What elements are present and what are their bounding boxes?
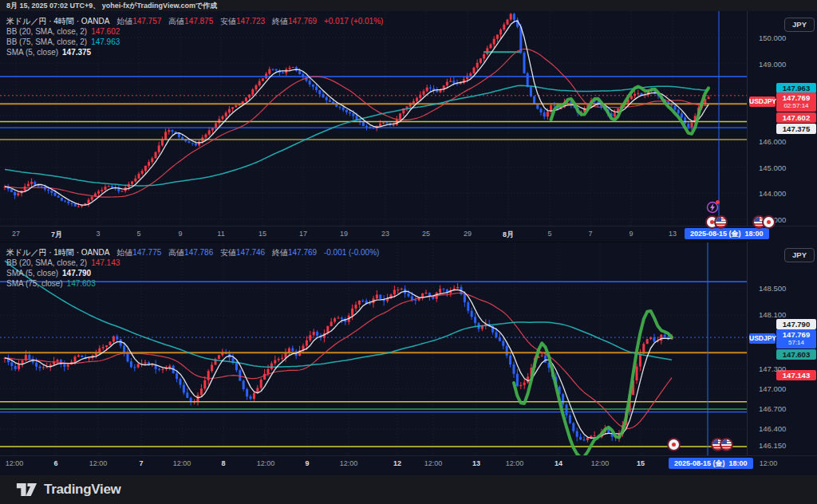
- indicator-row-bb75[interactable]: BB (75, SMA, close, 2)147.963: [6, 37, 383, 47]
- candle-body: [566, 404, 568, 415]
- candle-body: [412, 101, 415, 103]
- indicator-row-bb20[interactable]: BB (20, SMA, close, 2)147.602: [6, 26, 383, 37]
- candle-body: [309, 335, 311, 341]
- candle-body: [429, 88, 432, 89]
- candle-body: [547, 112, 549, 116]
- indicator-row-sma5[interactable]: SMA (5, close)147.375: [6, 47, 383, 57]
- candle-body: [151, 158, 153, 162]
- price-axis-1h[interactable]: JPY 147.790 USDJPY 147.769 57:14 147.603…: [747, 242, 817, 455]
- candle-body: [250, 396, 252, 399]
- indicator-value: 147.602: [91, 27, 120, 36]
- price-tick-label: 149.000: [759, 60, 786, 69]
- candle-body: [235, 105, 237, 107]
- time-tick-label: 7: [139, 459, 143, 467]
- price-tick-label: 147.300: [759, 364, 786, 373]
- candle-body: [176, 373, 178, 379]
- crosshair-date-label: 2025-08-15 (金) 18:00: [669, 458, 753, 469]
- candle-body: [393, 125, 395, 126]
- candle-body: [614, 112, 616, 116]
- indicator-row-sma75[interactable]: SMA (75, close)147.603: [6, 278, 379, 289]
- econ-event-usa-flag-icon[interactable]: [714, 215, 728, 229]
- time-tick-label: 12:00: [6, 459, 24, 467]
- time-tick-label: 12:00: [173, 459, 191, 467]
- symbol-title[interactable]: 米ドル／円 · 4時間 · OANDA: [6, 17, 109, 26]
- candle-body: [519, 385, 522, 386]
- candle-body: [636, 367, 638, 381]
- candle-body: [452, 81, 455, 82]
- price-axis-4h[interactable]: JPY 147.963 USDJPY 147.769 02:57:14 147.…: [747, 11, 817, 226]
- candle-body: [583, 439, 586, 440]
- candle-body: [306, 341, 308, 346]
- price-tick-label: 148.500: [759, 284, 786, 293]
- candle-body: [428, 293, 431, 296]
- price-tick-label: 146.150: [759, 441, 786, 450]
- candle-body: [34, 182, 36, 184]
- candle-body: [414, 300, 416, 301]
- candle-body: [446, 82, 448, 86]
- candle-body: [480, 58, 482, 62]
- time-tick-label: 9: [629, 230, 633, 238]
- candle-body: [416, 98, 418, 101]
- candle-body: [14, 192, 16, 195]
- time-tick-label: 7: [588, 230, 592, 238]
- indicator-name: SMA (5, close): [6, 48, 58, 57]
- candle-body: [42, 367, 45, 368]
- candle-body: [155, 152, 157, 159]
- news-flash-icon[interactable]: [706, 201, 719, 214]
- candle-body: [664, 335, 666, 337]
- symbol-row-4h[interactable]: 米ドル／円 · 4時間 · OANDA 始値147.757 高値147.875 …: [6, 16, 383, 26]
- candle-body: [513, 364, 515, 374]
- indicator-row-sma5[interactable]: SMA (5, close)147.790: [6, 268, 379, 278]
- candle-body: [222, 116, 224, 119]
- candle-body: [105, 187, 107, 190]
- indicator-value: 147.143: [91, 258, 120, 267]
- indicator-row-bb20[interactable]: BB (20, SMA, close, 2)147.143: [6, 258, 379, 268]
- close-value: 147.769: [288, 248, 317, 257]
- candle-body: [272, 69, 274, 70]
- econ-event-japan-flag-icon[interactable]: [667, 438, 681, 451]
- symbol-row-1h[interactable]: 米ドル／円 · 1時間 · OANDA 始値147.775 高値147.786 …: [6, 247, 379, 258]
- candle-body: [267, 369, 270, 374]
- tradingview-logo[interactable]: TradingView: [16, 481, 121, 498]
- candle-body: [71, 203, 73, 204]
- sma75-price-label: 147.603: [776, 349, 816, 360]
- time-tick-label: 14: [555, 459, 562, 467]
- symbol-tag: USDJPY: [749, 333, 776, 344]
- price-tick-label: 147.000: [759, 384, 786, 393]
- candle-body: [653, 337, 656, 342]
- symbol-title[interactable]: 米ドル／円 · 1時間 · OANDA: [6, 248, 109, 257]
- indicator-name: BB (20, SMA, close, 2): [6, 258, 87, 267]
- candle-body: [523, 383, 526, 385]
- candle-body: [572, 423, 574, 431]
- econ-event-usa-flag-icon[interactable]: [720, 438, 733, 451]
- time-tick-label: 7月: [51, 230, 62, 240]
- price-tick-label: 146.000: [759, 137, 786, 146]
- candle-body: [443, 289, 445, 289]
- candle-body: [30, 182, 33, 184]
- candle-body: [530, 87, 532, 96]
- bar-countdown: 02:57:14: [776, 102, 816, 109]
- currency-toggle-button[interactable]: JPY: [784, 18, 815, 32]
- candle-body: [423, 91, 425, 94]
- time-tick-label: 9: [178, 230, 182, 238]
- time-tick-label: 5: [547, 230, 551, 238]
- time-tick-label: 12: [393, 459, 401, 467]
- currency-toggle-button[interactable]: JPY: [784, 248, 815, 262]
- candle-body: [162, 369, 164, 370]
- candle-body: [393, 289, 396, 294]
- candle-body: [473, 68, 476, 73]
- candle-body: [18, 364, 20, 368]
- candle-body: [198, 142, 200, 146]
- candle-body: [594, 435, 596, 436]
- time-axis-1h[interactable]: 2025-08-15 (金) 18:00 12:00612:00712:0081…: [0, 455, 817, 476]
- candle-body: [513, 14, 515, 19]
- moving-average-line: [5, 85, 708, 186]
- econ-event-japan-flag-icon[interactable]: [762, 215, 776, 229]
- candle-body: [246, 389, 248, 396]
- change-value: +0.017 (+0.01%): [324, 17, 384, 26]
- time-axis-4h[interactable]: 2025-08-15 (金) 18:00 277月359111517192325…: [0, 226, 817, 242]
- close-value: 147.769: [288, 17, 317, 26]
- candle-body: [180, 379, 182, 384]
- candle-body: [351, 309, 353, 316]
- indicator-name: BB (75, SMA, close, 2): [6, 37, 87, 46]
